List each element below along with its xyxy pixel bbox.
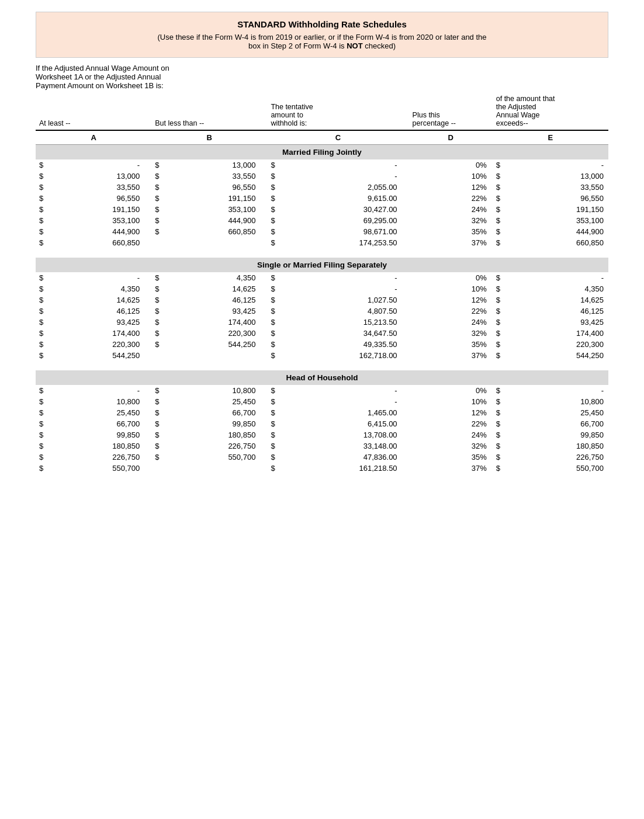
col-b-dollar: $ <box>151 171 167 182</box>
col-e-value: 99,850 <box>508 429 608 440</box>
col-b-dollar <box>151 350 167 361</box>
col-e-dollar: $ <box>493 272 508 283</box>
withholding-table: At least -- But less than -- The tentati… <box>36 92 608 474</box>
col-c-value: - <box>284 159 409 171</box>
col-e-value: 66,700 <box>508 418 608 429</box>
table-row: $99,850$180,850$13,708.0024%$99,850 <box>36 429 608 440</box>
col-e-dollar: $ <box>493 429 508 440</box>
col-a-dollar: $ <box>36 283 51 294</box>
header-box: STANDARD Withholding Rate Schedules (Use… <box>36 12 608 58</box>
col-e-dollar: $ <box>493 418 508 429</box>
col-a-dollar: $ <box>36 317 51 328</box>
col-e-dollar: $ <box>493 226 508 237</box>
table-row: $660,850$174,253.5037%$660,850 <box>36 237 608 248</box>
col-b-value: 550,700 <box>168 452 268 463</box>
col-a-dollar: $ <box>36 226 51 237</box>
col-c-dollar: $ <box>267 328 283 339</box>
col-c-dollar: $ <box>267 396 283 407</box>
col-c-dollar: $ <box>267 294 283 306</box>
col-e-dollar: $ <box>493 306 508 317</box>
col-b-header: But less than -- <box>151 92 267 130</box>
col-d-value: 12% <box>409 407 493 418</box>
col-a-value: 10,800 <box>51 396 151 407</box>
col-b-dollar: $ <box>151 215 167 226</box>
col-a-value: 226,750 <box>51 452 151 463</box>
col-b-dollar: $ <box>151 452 167 463</box>
col-d-value: 10% <box>409 171 493 182</box>
page-subtitle: (Use these if the Form W-4 is from 2019 … <box>48 33 596 50</box>
col-a-dollar: $ <box>36 306 51 317</box>
col-c-value: 47,836.00 <box>284 452 409 463</box>
page-container: STANDARD Withholding Rate Schedules (Use… <box>36 12 608 474</box>
table-row: $353,100$444,900$69,295.0032%$353,100 <box>36 215 608 226</box>
col-b-value: 13,000 <box>168 159 268 171</box>
col-c-dollar: $ <box>267 159 283 171</box>
col-b-dollar: $ <box>151 272 167 283</box>
spacer-row <box>36 248 608 258</box>
table-row: $-$10,800$-0%$- <box>36 385 608 396</box>
col-a-value: 99,850 <box>51 429 151 440</box>
col-d-letter: D <box>409 130 493 145</box>
col-d-value: 24% <box>409 317 493 328</box>
col-e-dollar: $ <box>493 182 508 193</box>
col-c-dollar: $ <box>267 463 283 474</box>
col-c-header: The tentativeamount towithhold is: <box>267 92 408 130</box>
page-title: STANDARD Withholding Rate Schedules <box>48 19 596 29</box>
col-e-dollar: $ <box>493 385 508 396</box>
col-e-value: 14,625 <box>508 294 608 306</box>
col-d-value: 22% <box>409 418 493 429</box>
table-row: $96,550$191,150$9,615.0022%$96,550 <box>36 193 608 204</box>
table-row: $444,900$660,850$98,671.0035%$444,900 <box>36 226 608 237</box>
col-a-letter: A <box>36 130 151 145</box>
col-e-value: 660,850 <box>508 237 608 248</box>
col-d-value: 0% <box>409 385 493 396</box>
col-d-value: 0% <box>409 159 493 171</box>
col-b-value: 544,250 <box>168 339 268 350</box>
table-row: $220,300$544,250$49,335.5035%$220,300 <box>36 339 608 350</box>
col-d-value: 22% <box>409 193 493 204</box>
col-b-dollar: $ <box>151 193 167 204</box>
col-d-value: 24% <box>409 204 493 215</box>
col-b-value: 10,800 <box>168 385 268 396</box>
col-b-dollar: $ <box>151 283 167 294</box>
table-row: $46,125$93,425$4,807.5022%$46,125 <box>36 306 608 317</box>
col-c-value: 15,213.50 <box>284 317 409 328</box>
column-headers-row: At least -- But less than -- The tentati… <box>36 92 608 130</box>
table-row: $174,400$220,300$34,647.5032%$174,400 <box>36 328 608 339</box>
col-e-value: 353,100 <box>508 215 608 226</box>
col-a-value: - <box>51 385 151 396</box>
col-a-value: 96,550 <box>51 193 151 204</box>
col-b-value: 96,550 <box>168 182 268 193</box>
col-c-value: 98,671.00 <box>284 226 409 237</box>
col-a-dollar: $ <box>36 407 51 418</box>
col-e-dollar: $ <box>493 193 508 204</box>
col-d-value: 0% <box>409 272 493 283</box>
col-c-dollar: $ <box>267 306 283 317</box>
col-b-value: 25,450 <box>168 396 268 407</box>
col-a-value: 174,400 <box>51 328 151 339</box>
col-e-value: 550,700 <box>508 463 608 474</box>
col-d-value: 35% <box>409 452 493 463</box>
col-e-value: 96,550 <box>508 193 608 204</box>
col-c-dollar: $ <box>267 429 283 440</box>
col-c-value: 6,415.00 <box>284 418 409 429</box>
col-e-dollar: $ <box>493 215 508 226</box>
section-header-0: Married Filing Jointly <box>36 145 608 160</box>
col-c-value: 30,427.00 <box>284 204 409 215</box>
col-a-dollar: $ <box>36 429 51 440</box>
col-e-value: 191,150 <box>508 204 608 215</box>
table-row: $25,450$66,700$1,465.0012%$25,450 <box>36 407 608 418</box>
col-e-value: 220,300 <box>508 339 608 350</box>
col-b-dollar: $ <box>151 440 167 452</box>
col-c-value: - <box>284 385 409 396</box>
col-d-value: 37% <box>409 350 493 361</box>
col-a-value: 46,125 <box>51 306 151 317</box>
col-d-value: 12% <box>409 182 493 193</box>
col-d-value: 22% <box>409 306 493 317</box>
col-c-dollar: $ <box>267 171 283 182</box>
col-c-dollar: $ <box>267 182 283 193</box>
col-a-value: 544,250 <box>51 350 151 361</box>
col-b-dollar: $ <box>151 407 167 418</box>
col-a-value: 550,700 <box>51 463 151 474</box>
col-e-value: - <box>508 272 608 283</box>
